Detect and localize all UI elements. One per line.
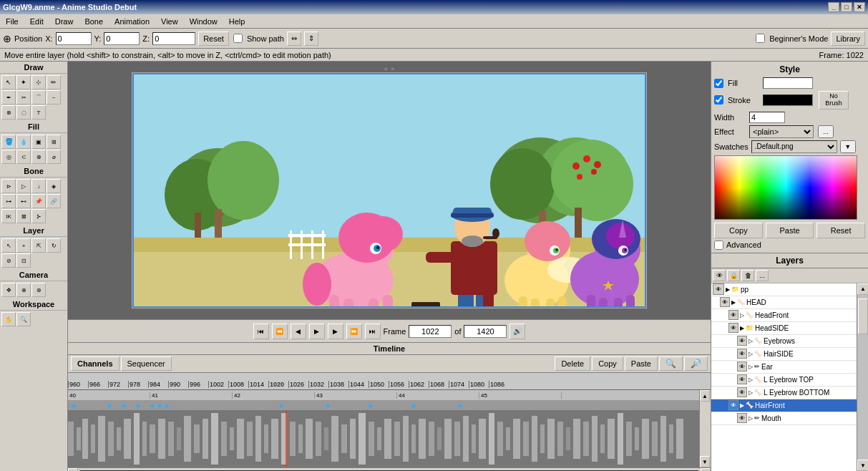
copy-style-button[interactable]: Copy: [714, 223, 763, 238]
delete-button[interactable]: Delete: [555, 356, 590, 371]
tool-gradient[interactable]: ▣: [31, 135, 46, 149]
tool-ik[interactable]: IK: [1, 209, 16, 223]
tool-layer-crop[interactable]: ⊡: [16, 253, 31, 268]
timeline-scrollbar-h[interactable]: ◀ ▶: [68, 467, 711, 471]
tool-zoom-ws[interactable]: 🔍: [16, 312, 31, 326]
tool-offset-bone[interactable]: ⊶: [1, 194, 16, 208]
effect-options-button[interactable]: ...: [818, 125, 834, 138]
tool-noise[interactable]: ⊞: [47, 135, 61, 149]
tool-move-point[interactable]: ⊹: [31, 75, 46, 89]
width-input[interactable]: [749, 112, 785, 123]
tool-layer-shear[interactable]: ⊘: [1, 253, 16, 268]
tool-add-bone[interactable]: ⊳: [1, 179, 16, 193]
reset-style-button[interactable]: Reset: [816, 223, 865, 238]
reset-button[interactable]: Reset: [198, 31, 229, 46]
tool-bind-points[interactable]: ⊠: [16, 209, 31, 223]
y-input[interactable]: [104, 32, 140, 45]
layer-item[interactable]: 👁 ▶ 📁 HeadSIDE: [711, 322, 857, 335]
layer-item[interactable]: 👁 ▶ 🦴 HairFront: [711, 399, 857, 412]
timeline-scrollbar-v[interactable]: ▲ ▼: [699, 390, 711, 467]
layer-vis-btn[interactable]: 👁: [737, 349, 747, 359]
tool-layer-scale[interactable]: ⇱: [31, 238, 46, 253]
stroke-checkbox[interactable]: [714, 95, 723, 105]
scroll-right-btn[interactable]: ▶: [701, 468, 711, 472]
copy-timeline-button[interactable]: Copy: [592, 356, 623, 371]
tool-delete-edge[interactable]: ✂: [16, 90, 31, 105]
menu-file[interactable]: File: [0, 16, 24, 27]
layer-vis-btn[interactable]: 👁: [737, 361, 747, 372]
layer-vis-btn[interactable]: 👁: [728, 323, 738, 333]
swatches-select[interactable]: .Default.png: [751, 140, 837, 153]
stroke-color-swatch[interactable]: [763, 94, 813, 106]
library-button[interactable]: Library: [831, 31, 865, 46]
tool-layer-rotate[interactable]: ↻: [47, 238, 61, 253]
total-frames-input[interactable]: [464, 325, 507, 338]
tool-layer-select[interactable]: ↖: [1, 238, 16, 253]
tool-camera-pan[interactable]: ✥: [1, 283, 16, 297]
swatches-options-button[interactable]: ▼: [840, 140, 856, 153]
layer-item[interactable]: 👁 ▷ ✏ Ear: [711, 361, 857, 374]
tool-pen[interactable]: ✒: [1, 90, 16, 105]
go-start-button[interactable]: ⏮: [253, 324, 269, 339]
prev-frame-button[interactable]: ⏪: [272, 324, 288, 339]
layer-vis-btn[interactable]: 👁: [737, 413, 747, 423]
flip-v-button[interactable]: ⇕: [304, 31, 318, 46]
tool-reparent[interactable]: ↓: [31, 179, 46, 193]
current-frame-input[interactable]: [409, 325, 452, 338]
layer-lock-toggle[interactable]: 🔒: [727, 270, 740, 281]
layer-item[interactable]: 👁 ▶ 🦴 HEAD: [711, 296, 857, 309]
layer-delete-btn[interactable]: 🗑: [741, 270, 754, 281]
layers-scroll-up[interactable]: ▲: [857, 283, 868, 295]
beginner-mode-checkbox[interactable]: [756, 34, 765, 43]
layer-item[interactable]: 👁 ▷ 🦴 HeadFront: [711, 309, 857, 322]
go-end-button[interactable]: ⏭: [365, 324, 381, 339]
tool-select-shape[interactable]: ◎: [1, 150, 16, 164]
scroll-up-btn[interactable]: ▲: [700, 390, 710, 402]
layers-scroll-thumb[interactable]: [858, 298, 868, 334]
layer-options-btn[interactable]: ...: [756, 270, 769, 281]
tool-warp[interactable]: ⌀: [47, 150, 61, 164]
tool-select-bone[interactable]: ▷: [16, 179, 31, 193]
layer-item[interactable]: 👁 ▷ ✏ Mouth: [711, 412, 857, 425]
tool-layer-add[interactable]: +: [16, 238, 31, 253]
layer-vis-btn[interactable]: 👁: [728, 400, 738, 410]
menu-help[interactable]: Help: [223, 16, 251, 27]
fill-checkbox[interactable]: [714, 79, 723, 88]
show-path-checkbox[interactable]: [233, 34, 243, 43]
layer-vis-btn[interactable]: 👁: [728, 310, 738, 320]
menu-draw[interactable]: Draw: [49, 16, 79, 27]
layer-vis-btn[interactable]: 👁: [737, 374, 747, 384]
layer-item[interactable]: 👁 ▷ 🦴 L Eyebrow TOP: [711, 374, 857, 387]
layer-item[interactable]: 👁 ▷ 🦴 Eyebrows: [711, 335, 857, 348]
minimize-btn[interactable]: _: [828, 2, 839, 12]
tool-add-point[interactable]: ✦: [16, 75, 31, 89]
tool-paint[interactable]: 🪣: [1, 135, 16, 149]
layer-vis-btn[interactable]: 👁: [713, 283, 724, 295]
tool-bone-offset2[interactable]: ⊷: [16, 194, 31, 208]
tool-pin-bone[interactable]: 📌: [31, 194, 46, 208]
no-brush-button[interactable]: NoBrush: [819, 91, 849, 110]
tool-hand[interactable]: ✋: [1, 312, 16, 326]
tool-hide-edge[interactable]: ◌: [16, 105, 31, 120]
prev-keyframe-button[interactable]: ◀: [291, 324, 306, 339]
tool-text[interactable]: T: [31, 105, 46, 120]
tool-bone-strength[interactable]: ◈: [47, 179, 61, 193]
tool-curvature[interactable]: ~: [47, 90, 61, 105]
layer-vis-btn[interactable]: 👁: [737, 387, 747, 397]
tool-magnet[interactable]: ⊗: [1, 105, 16, 120]
paste-style-button[interactable]: Paste: [766, 223, 814, 238]
z-input[interactable]: [152, 32, 195, 45]
fill-color-swatch[interactable]: [763, 77, 813, 89]
maximize-btn[interactable]: □: [841, 2, 852, 12]
tool-eyedrop[interactable]: 💧: [16, 135, 31, 149]
play-button[interactable]: ▶: [309, 324, 325, 339]
tool-move-fill[interactable]: ⊕: [31, 150, 46, 164]
timeline-tracks[interactable]: 40 41 42 43 44 45 ◆ ◆ ◆ ◆ ◆ ◆: [68, 390, 711, 467]
color-gradient-picker[interactable]: [714, 155, 857, 220]
tool-camera-orbit[interactable]: ⊛: [31, 283, 46, 297]
layer-item[interactable]: 👁 ▶ 📁 pp: [711, 283, 857, 296]
menu-view[interactable]: View: [155, 16, 184, 27]
next-keyframe-button[interactable]: ▶: [328, 324, 343, 339]
menu-animation[interactable]: Animation: [109, 16, 155, 27]
layers-scroll-down[interactable]: ▼: [857, 460, 868, 471]
